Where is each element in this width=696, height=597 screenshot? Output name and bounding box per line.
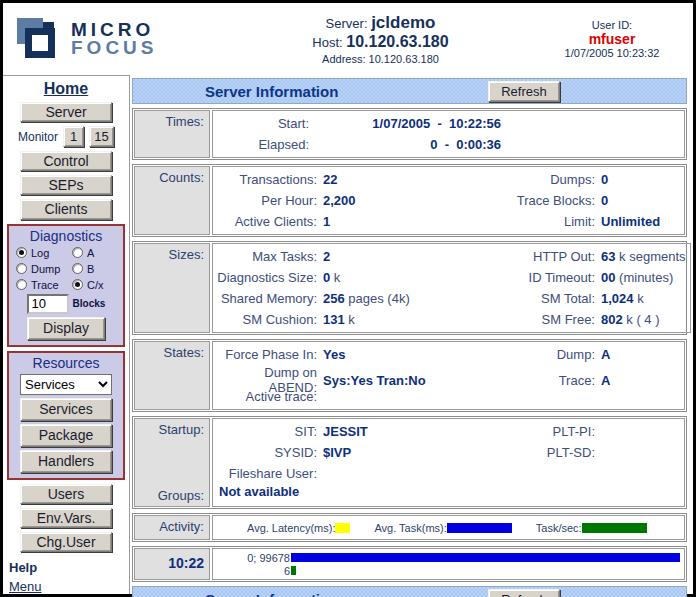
counts-label: Counts:: [134, 166, 210, 235]
radio-cx-icon[interactable]: [72, 279, 83, 290]
radio-trace[interactable]: Trace: [16, 279, 72, 291]
history-values: 0; 99678: [217, 552, 291, 564]
field-value: 1/07/2005 - 10:22:56: [309, 116, 501, 131]
server-button[interactable]: Server: [20, 102, 112, 122]
user-identity: User ID: mfuser 1/07/2005 10:23:32: [543, 19, 693, 59]
section-sizes: Sizes: Max Tasks: 2 HTTP Out: 63 k segme…: [132, 241, 687, 335]
history-time: 10:22: [134, 548, 210, 580]
chguser-button[interactable]: Chg.User: [20, 532, 112, 552]
counts-content: Transactions: 22 Dumps: 0 Per Hour: 2,20…: [212, 166, 685, 235]
radio-dump[interactable]: Dump: [16, 263, 72, 275]
field-label: SM Total:: [469, 291, 597, 306]
field-label: Dumps:: [469, 172, 597, 187]
radio-b[interactable]: B: [72, 263, 116, 275]
activity-label: Activity:: [134, 515, 210, 540]
radio-dump-label: Dump: [31, 263, 60, 275]
top-banner: Server Information Refresh: [132, 78, 687, 104]
radio-log[interactable]: Log: [16, 247, 72, 259]
field-value: $IVP: [319, 445, 469, 460]
startup-content: SIT: JESSIT PLT-PI: SYSID: $IVP PLT-SD: …: [212, 418, 685, 507]
home-link[interactable]: Home: [44, 80, 88, 98]
states-content: Force Phase In: Yes Dump: A Dump on ABEN…: [212, 341, 685, 410]
monitor-label: Monitor: [18, 130, 58, 144]
resources-select[interactable]: Services: [20, 374, 112, 395]
server-label: Server:: [326, 16, 368, 31]
history-line-2: 6: [217, 564, 680, 577]
field-value: 63 k segments: [597, 249, 686, 264]
legend-task-ms: Avg. Task(ms):: [374, 522, 511, 534]
field-label: Limit:: [469, 214, 597, 229]
refresh-button-bottom[interactable]: Refresh: [488, 589, 560, 597]
seps-button[interactable]: SEPs: [20, 175, 112, 195]
logo-line2: FOCUS: [71, 39, 158, 57]
history-line-1: 0; 99678: [217, 551, 680, 564]
activity-content: Avg. Latency(ms): Avg. Task(ms): Task/se…: [212, 515, 685, 540]
radio-b-icon[interactable]: [72, 263, 83, 274]
radio-trace-icon[interactable]: [16, 279, 27, 290]
radio-a[interactable]: A: [72, 247, 116, 259]
task-ms-bar: [291, 553, 680, 562]
field-label: Active trace:: [217, 389, 319, 404]
monitor-1-button[interactable]: 1: [63, 126, 84, 147]
states-row: Dump on ABEND: Sys:Yes Tran:No Trace: A: [217, 365, 680, 386]
diagnostics-radio-group: Log A Dump B: [16, 247, 116, 291]
timestamp: 1/07/2005 10:23:32: [543, 47, 681, 59]
envvars-button[interactable]: Env.Vars.: [20, 508, 112, 528]
field-value: 1: [319, 214, 469, 229]
field-label: PLT-PI:: [469, 424, 597, 439]
startup-label-cell: Startup: Groups:: [134, 418, 210, 507]
diagnostics-title: Diagnostics: [30, 228, 102, 244]
field-label: Dump:: [469, 347, 597, 362]
menu-link[interactable]: Menu: [9, 579, 42, 594]
section-counts: Counts: Transactions: 22 Dumps: 0 Per Ho…: [132, 164, 687, 237]
field-value: 0: [597, 172, 680, 187]
address-value: 10.120.63.180: [369, 53, 439, 65]
radio-a-icon[interactable]: [72, 247, 83, 258]
field-value: Unlimited: [597, 214, 680, 229]
services-button[interactable]: Services: [20, 398, 112, 421]
field-label: Start:: [217, 116, 309, 131]
counts-row: Active Clients: 1 Limit: Unlimited: [217, 211, 680, 232]
task-sec-swatch-icon: [582, 523, 647, 533]
field-label: SYSID:: [217, 445, 319, 460]
field-label: ID Timeout:: [469, 270, 597, 285]
section-times: Times: Start: 1/07/2005 - 10:22:56 Elaps…: [132, 108, 687, 160]
startup-row: SYSID: $IVP PLT-SD:: [217, 442, 680, 463]
resources-panel: Resources Services Services Package Hand…: [7, 351, 125, 480]
blocks-input[interactable]: [27, 294, 69, 314]
micro-focus-logo-icon: [13, 16, 63, 62]
field-label: SM Free:: [469, 312, 597, 327]
refresh-button-top[interactable]: Refresh: [488, 81, 560, 102]
counts-row: Transactions: 22 Dumps: 0: [217, 169, 680, 190]
radio-dump-icon[interactable]: [16, 263, 27, 274]
field-label: Max Tasks:: [217, 249, 319, 264]
content: Home Server Monitor 1 15 Control SEPs Cl…: [3, 75, 693, 594]
times-label: Times:: [134, 110, 210, 158]
diagnostics-panel: Diagnostics Log A Dump: [7, 224, 125, 347]
radio-cx-label: C/x: [87, 279, 104, 291]
handlers-button[interactable]: Handlers: [20, 450, 112, 473]
control-button[interactable]: Control: [20, 151, 112, 171]
radio-b-label: B: [87, 263, 94, 275]
states-row: Active trace:: [217, 386, 680, 407]
field-value: 22: [319, 172, 469, 187]
address-label: Address:: [322, 53, 365, 65]
section-startup: Startup: Groups: SIT: JESSIT PLT-PI: SYS…: [132, 416, 687, 509]
clients-button[interactable]: Clients: [20, 199, 112, 219]
task-ms-swatch-icon: [447, 523, 512, 533]
server-identity: Server: jcldemo Host: 10.120.63.180 Addr…: [218, 13, 543, 65]
activity-legend: Avg. Latency(ms): Avg. Task(ms): Task/se…: [247, 518, 680, 537]
sizes-row: Shared Memory: 256 pages (4k) SM Total: …: [217, 288, 686, 309]
display-button[interactable]: Display: [27, 317, 105, 340]
micro-focus-logo: MICRO FOCUS: [3, 16, 218, 62]
radio-log-icon[interactable]: [16, 247, 27, 258]
monitor-15-button[interactable]: 15: [89, 126, 114, 147]
user-id-value: mfuser: [543, 31, 681, 47]
radio-a-label: A: [87, 247, 94, 259]
radio-cx[interactable]: C/x: [72, 279, 116, 291]
package-button[interactable]: Package: [20, 424, 112, 447]
field-label: Diagnostics Size:: [217, 270, 319, 285]
users-button[interactable]: Users: [20, 484, 112, 504]
field-label: PLT-SD:: [469, 445, 597, 460]
field-value: 256 pages (4k): [319, 291, 469, 306]
